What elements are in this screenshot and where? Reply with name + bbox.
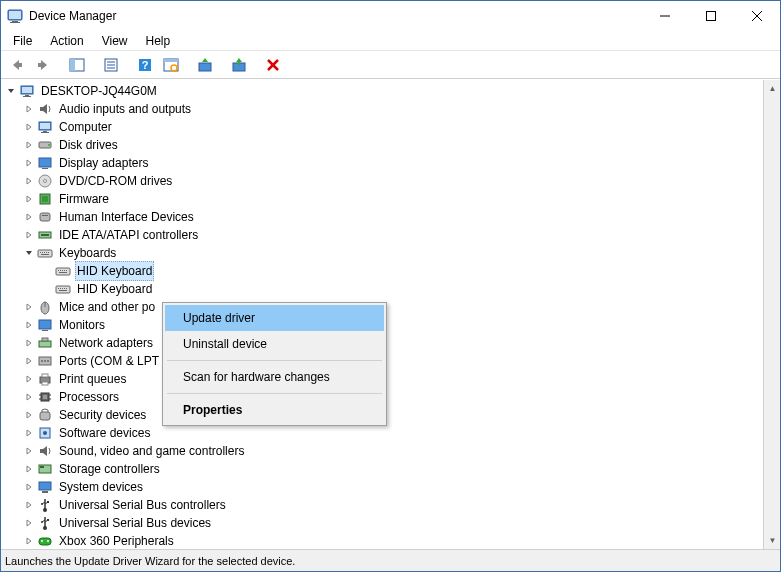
tree-category[interactable]: Display adapters (5, 154, 763, 172)
svg-rect-54 (58, 270, 59, 271)
close-button[interactable] (734, 1, 780, 31)
content-area: DESKTOP-JQ44G0MAudio inputs and outputsC… (1, 79, 780, 549)
tree-category-label: Universal Serial Bus controllers (57, 496, 228, 514)
tree-category[interactable]: System devices (5, 478, 763, 496)
tree-device[interactable]: HID Keyboard (5, 280, 763, 298)
chevron-right-icon[interactable] (23, 211, 35, 223)
svg-rect-69 (39, 320, 51, 329)
chevron-right-icon[interactable] (23, 463, 35, 475)
chevron-right-icon[interactable] (23, 535, 35, 547)
context-update-driver[interactable]: Update driver (165, 305, 384, 331)
menu-view[interactable]: View (94, 33, 136, 49)
minimize-button[interactable] (642, 1, 688, 31)
menu-file[interactable]: File (5, 33, 40, 49)
svg-rect-51 (48, 252, 49, 253)
tree-device[interactable]: HID Keyboard (5, 262, 763, 280)
menu-action[interactable]: Action (42, 33, 91, 49)
window-title: Device Manager (29, 9, 642, 23)
computer-icon (19, 83, 35, 99)
tree-category[interactable]: Xbox 360 Peripherals (5, 532, 763, 549)
tree-device-label: HID Keyboard (75, 261, 154, 281)
svg-rect-64 (64, 288, 65, 289)
tree-category[interactable]: Universal Serial Bus devices (5, 514, 763, 532)
context-properties[interactable]: Properties (165, 397, 384, 423)
scan-hardware-button[interactable] (159, 53, 183, 77)
svg-rect-2 (12, 21, 18, 22)
svg-rect-32 (43, 131, 47, 132)
chevron-right-icon[interactable] (23, 409, 35, 421)
chevron-right-icon[interactable] (23, 481, 35, 493)
chevron-right-icon[interactable] (23, 157, 35, 169)
svg-rect-92 (42, 491, 48, 493)
context-uninstall-device[interactable]: Uninstall device (165, 331, 384, 357)
tree-category-label: Software devices (57, 424, 152, 442)
svg-rect-11 (70, 59, 75, 71)
category-icon (37, 335, 53, 351)
context-scan-hardware[interactable]: Scan for hardware changes (165, 364, 384, 390)
tree-category[interactable]: Keyboards (5, 244, 763, 262)
tree-category-label: Disk drives (57, 136, 120, 154)
category-icon (37, 173, 53, 189)
tree-category[interactable]: Human Interface Devices (5, 208, 763, 226)
tree-category[interactable]: Audio inputs and outputs (5, 100, 763, 118)
tree-category[interactable]: Storage controllers (5, 460, 763, 478)
chevron-right-icon[interactable] (23, 391, 35, 403)
category-icon (37, 461, 53, 477)
category-icon (37, 425, 53, 441)
tree-category[interactable]: DVD/CD-ROM drives (5, 172, 763, 190)
tree-category[interactable]: Universal Serial Bus controllers (5, 496, 763, 514)
enable-device-button[interactable] (227, 53, 251, 77)
menu-help[interactable]: Help (138, 33, 179, 49)
tree-category[interactable]: Disk drives (5, 136, 763, 154)
tree-root[interactable]: DESKTOP-JQ44G0M (5, 82, 763, 100)
uninstall-device-button[interactable] (261, 53, 285, 77)
show-hide-console-tree-button[interactable] (65, 53, 89, 77)
svg-rect-90 (40, 466, 44, 468)
svg-rect-62 (60, 288, 61, 289)
chevron-down-icon[interactable] (23, 247, 35, 259)
chevron-right-icon[interactable] (23, 121, 35, 133)
chevron-right-icon[interactable] (23, 499, 35, 511)
tree-category[interactable]: IDE ATA/ATAPI controllers (5, 226, 763, 244)
keyboard-icon (55, 281, 71, 297)
scroll-down-icon[interactable]: ▼ (764, 532, 780, 549)
tree-category[interactable]: Firmware (5, 190, 763, 208)
chevron-right-icon[interactable] (23, 355, 35, 367)
svg-rect-55 (60, 270, 61, 271)
chevron-right-icon[interactable] (23, 373, 35, 385)
scroll-up-icon[interactable]: ▲ (764, 80, 780, 97)
update-driver-button[interactable] (193, 53, 217, 77)
back-button[interactable] (5, 53, 29, 77)
chevron-right-icon[interactable] (23, 517, 35, 529)
chevron-right-icon[interactable] (23, 445, 35, 457)
chevron-right-icon[interactable] (23, 175, 35, 187)
chevron-right-icon[interactable] (23, 427, 35, 439)
chevron-right-icon[interactable] (23, 301, 35, 313)
tree-category[interactable]: Computer (5, 118, 763, 136)
chevron-down-icon[interactable] (5, 85, 17, 97)
category-icon (37, 353, 53, 369)
tree-category-label: Print queues (57, 370, 128, 388)
category-icon (37, 389, 53, 405)
maximize-button[interactable] (688, 1, 734, 31)
forward-button[interactable] (31, 53, 55, 77)
category-icon (37, 479, 53, 495)
chevron-right-icon[interactable] (23, 103, 35, 115)
properties-button[interactable] (99, 53, 123, 77)
category-icon (37, 101, 53, 117)
tree-category-label: Display adapters (57, 154, 150, 172)
svg-rect-43 (42, 215, 48, 216)
vertical-scrollbar[interactable]: ▲ ▼ (763, 80, 780, 549)
chevron-right-icon[interactable] (23, 139, 35, 151)
tree-category[interactable]: Sound, video and game controllers (5, 442, 763, 460)
tree-category[interactable]: Software devices (5, 424, 763, 442)
chevron-right-icon[interactable] (23, 319, 35, 331)
chevron-right-icon[interactable] (23, 229, 35, 241)
chevron-right-icon[interactable] (23, 337, 35, 349)
help-button[interactable]: ? (133, 53, 157, 77)
chevron-right-icon[interactable] (23, 193, 35, 205)
svg-rect-21 (199, 63, 211, 71)
svg-rect-52 (41, 254, 49, 255)
tree-category-label: Computer (57, 118, 114, 136)
svg-rect-79 (42, 382, 48, 385)
